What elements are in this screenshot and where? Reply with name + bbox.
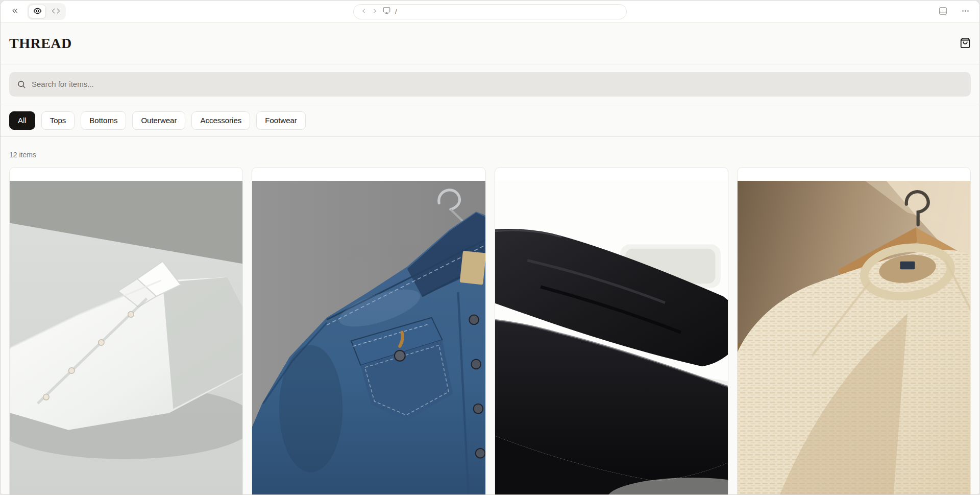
- filter-chip-footwear[interactable]: Footwear: [256, 111, 306, 130]
- monitor-icon[interactable]: [383, 7, 390, 16]
- code-icon: [52, 7, 60, 17]
- product-card[interactable]: [495, 167, 728, 494]
- preview-window: / THREAD: [0, 0, 980, 495]
- product-list-section: 12 items: [1, 137, 979, 494]
- product-photo-linen-shirt: [10, 181, 242, 494]
- brand-logo[interactable]: THREAD: [9, 35, 72, 52]
- filter-chip-accessories[interactable]: Accessories: [191, 111, 250, 130]
- more-options-button[interactable]: [958, 5, 972, 19]
- site-header: THREAD: [1, 23, 979, 64]
- product-card[interactable]: [737, 167, 971, 494]
- double-chevron-left-icon: [11, 7, 19, 16]
- back-icon[interactable]: [360, 7, 367, 16]
- search-icon: [17, 80, 26, 89]
- filter-chip-tops[interactable]: Tops: [41, 111, 75, 130]
- product-photo-black-trousers: [495, 181, 728, 494]
- product-card[interactable]: [9, 167, 243, 494]
- shopping-bag-icon: [960, 37, 971, 50]
- eye-icon: [33, 7, 42, 17]
- panel-layout-button[interactable]: [936, 5, 950, 19]
- ellipsis-icon: [961, 7, 970, 17]
- collapse-sidebar-button[interactable]: [8, 5, 22, 19]
- product-photo-denim-jacket: [252, 181, 485, 494]
- results-count: 12 items: [9, 151, 971, 159]
- product-grid: [9, 167, 971, 494]
- search-input[interactable]: [32, 80, 963, 88]
- filter-chip-outerwear[interactable]: Outerwear: [132, 111, 185, 130]
- panel-bottom-icon: [939, 7, 947, 17]
- url-path[interactable]: /: [395, 8, 397, 15]
- filter-chip-all[interactable]: All: [9, 111, 35, 130]
- product-photo-knit-sweater: [738, 181, 970, 494]
- url-bar[interactable]: /: [353, 4, 627, 19]
- forward-icon[interactable]: [372, 7, 378, 16]
- view-mode-toggle: [27, 3, 66, 20]
- code-mode-button[interactable]: [47, 5, 64, 18]
- preview-toolbar: /: [1, 1, 979, 23]
- preview-mode-button[interactable]: [29, 5, 46, 18]
- category-filters: All Tops Bottoms Outerwear Accessories F…: [1, 104, 979, 137]
- search-box[interactable]: [9, 72, 971, 97]
- product-card[interactable]: [252, 167, 485, 494]
- filter-chip-bottoms[interactable]: Bottoms: [81, 111, 126, 130]
- search-section: [1, 64, 979, 104]
- cart-button[interactable]: [960, 37, 971, 50]
